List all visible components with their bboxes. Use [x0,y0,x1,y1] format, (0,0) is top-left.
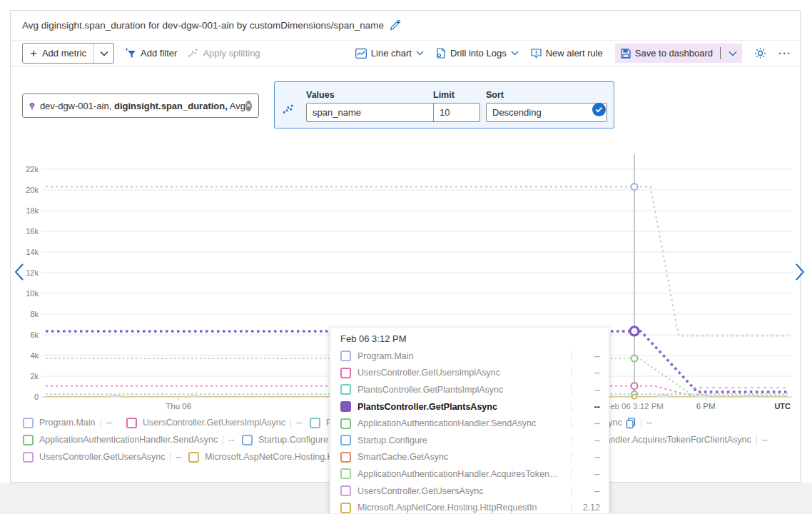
apply-splitting-button: Apply splitting [188,48,260,59]
tooltip-series-value: 2.12 [579,503,600,513]
tooltip-swatch [340,368,351,378]
splitting-panel: Values span_name Limit 10 Sort Descendin… [274,81,614,128]
tooltip-series-name: Microsoft.AspNetCore.Hosting.HttpRequest… [357,503,564,513]
divider [290,418,291,428]
divider [571,418,572,428]
tooltip-series-value: -- [579,452,600,462]
divider [571,402,572,412]
divider [571,486,572,496]
chart-tooltip: Feb 06 3:12 PM Program.Main--UsersContro… [330,327,609,514]
values-label: Values [306,90,335,100]
legend-value: -- [646,418,652,428]
values-selected: span_name [313,107,361,118]
pan-right-icon[interactable] [795,263,805,281]
legend-value: -- [106,418,112,428]
copy-icon[interactable] [626,418,636,428]
splitting-icon [283,104,294,114]
chart-type-label: Line chart [371,48,412,59]
tooltip-swatch [340,351,351,361]
legend-swatch [126,418,137,428]
pan-left-icon[interactable] [14,263,24,281]
divider [571,385,572,395]
edit-title-icon[interactable] [390,20,400,31]
pill-resource: dev-dgw-001-ain, [40,101,111,111]
document-icon [436,48,446,59]
legend-swatch [23,452,34,463]
legend-swatch [242,435,253,445]
tooltip-row: SmartCache.GetAsync-- [339,449,600,466]
legend-label: Startup.Configure [258,435,328,445]
add-filter-label: Add filter [141,48,177,59]
tooltip-swatch [340,503,351,513]
add-metric-dropdown[interactable] [93,44,113,63]
add-filter-button[interactable]: Add filter [125,48,177,59]
save-dropdown[interactable] [725,44,741,63]
new-alert-rule-button[interactable]: New alert rule [531,48,603,59]
pill-aggregation: Avg [230,101,245,111]
remove-metric-icon[interactable]: ✕ [245,101,252,111]
tooltip-swatch [340,485,351,496]
legend-label: UsersController.GetUsersImplAsync [143,418,285,428]
legend-label: ApplicationAuthenticationHandler.SendAsy… [39,435,218,445]
more-options-button[interactable]: ··· [778,47,791,59]
divider [720,47,721,59]
splitting-icon [188,49,198,58]
legend-swatch [188,452,199,463]
line-chart-icon [355,49,367,59]
sort-label: Sort [486,90,504,100]
legend-label: UsersController.GetUsersAsync [39,452,165,462]
apply-splitting-label: Apply splitting [203,48,260,59]
tooltip-series-value: -- [579,368,600,378]
alert-icon [531,49,542,59]
tooltip-swatch [340,468,351,479]
sort-dropdown[interactable]: Descending [486,103,607,122]
add-metric-button[interactable]: + Add metric [22,43,114,64]
divider [571,469,572,479]
legend-label: Program.Main [39,418,96,428]
tooltip-series-value: -- [579,418,600,428]
tooltip-swatch [340,401,351,412]
tooltip-row: UsersController.GetUsersImplAsync-- [339,365,600,382]
plus-icon: + [30,47,37,59]
tooltip-series-value: -- [579,351,600,361]
values-dropdown[interactable]: span_name [306,103,449,122]
legend-value: -- [296,418,302,428]
chart-title-row: Avg diginsight.span_duration for dev-dgw… [11,11,800,41]
settings-gear-icon[interactable] [754,47,766,59]
tooltip-series-name: UsersController.GetUsersAsync [357,486,564,496]
command-bar-right: Line chart Drill into Logs [355,44,791,63]
command-bar: + Add metric Add filter [11,41,800,66]
tooltip-series-name: SmartCache.GetAsync [357,452,564,462]
legend-item[interactable]: Program.Main-- [23,417,112,428]
legend-item[interactable]: UsersController.GetUsersAsync-- [23,451,182,463]
metrics-explorer: Avg diginsight.span_duration for dev-dgw… [0,0,812,514]
save-to-dashboard-button[interactable]: Save to dashboard [615,44,742,63]
tooltip-swatch [340,384,351,395]
apply-splitting-confirm-icon[interactable] [592,103,606,116]
tooltip-series-name: UsersController.GetUsersImplAsync [357,368,564,378]
add-metric-label: Add metric [42,48,86,59]
drill-into-logs-button[interactable]: Drill into Logs [436,48,519,59]
new-alert-rule-label: New alert rule [546,48,603,59]
tooltip-row: Startup.Configure-- [339,432,600,449]
divider [223,435,223,445]
chevron-down-icon [416,51,424,56]
tooltip-series-name: PlantsController.GetPlantsImplAsync [357,385,564,395]
chart-title: Avg diginsight.span_duration for dev-dgw… [22,20,384,31]
legend-item[interactable]: UsersController.GetUsersImplAsync-- [126,417,302,428]
metric-pill[interactable]: dev-dgw-001-ain, diginsight.span_duratio… [22,94,259,118]
tooltip-row: Microsoft.AspNetCore.Hosting.HttpRequest… [339,499,600,514]
legend-item[interactable]: ApplicationAuthenticationHandler.SendAsy… [23,434,235,445]
sort-selected: Descending [492,107,542,118]
legend-value: -- [762,435,768,445]
legend-value: -- [176,452,181,462]
tooltip-series-name: ApplicationAuthenticationHandler.Acquire… [357,469,564,479]
limit-input[interactable]: 10 [433,103,480,122]
tooltip-timestamp: Feb 06 3:12 PM [339,332,600,348]
tooltip-row: ApplicationAuthenticationHandler.Acquire… [339,465,600,483]
drill-into-logs-label: Drill into Logs [450,48,507,59]
tooltip-swatch [340,418,351,429]
tooltip-series-value: -- [579,486,600,496]
tooltip-series-value: -- [579,402,600,412]
chart-type-button[interactable]: Line chart [355,48,424,59]
